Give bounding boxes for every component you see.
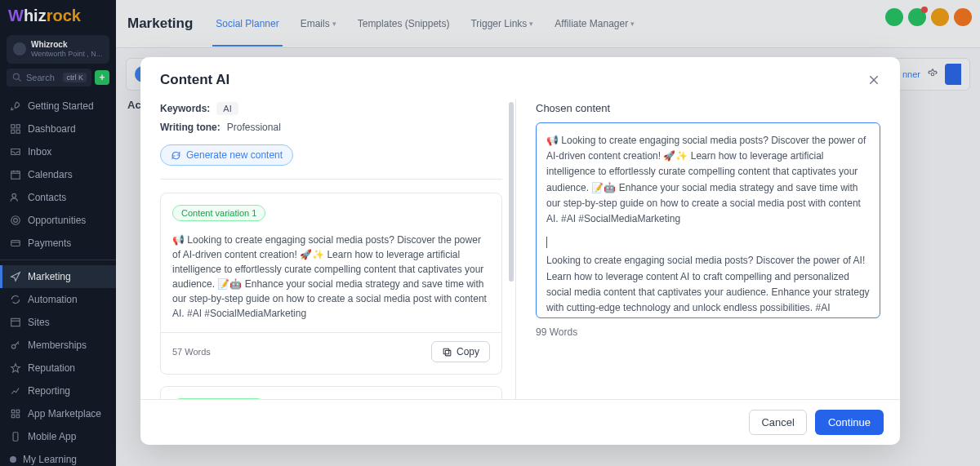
keyword-chip: AI: [216, 102, 238, 115]
refresh-icon: [171, 150, 181, 161]
copy-icon: [442, 347, 452, 357]
keywords-label: Keywords:: [160, 103, 210, 114]
copy-button[interactable]: Copy: [431, 341, 490, 362]
tone-label: Writing tone:: [160, 122, 220, 133]
variation-card-1: Content variation 1 📢 Looking to create …: [160, 193, 502, 375]
svg-rect-26: [445, 350, 451, 356]
chosen-content-textarea[interactable]: 📢 Looking to create engaging social medi…: [536, 122, 880, 318]
scrollbar[interactable]: [509, 102, 514, 282]
variation-1-chip: Content variation 1: [172, 205, 265, 221]
text-cursor: [546, 237, 547, 248]
svg-rect-27: [443, 348, 449, 354]
variation-2-chip: Content variation 2: [172, 398, 265, 399]
modal-left-panel: Keywords:AI Writing tone:Professional Ge…: [140, 99, 516, 399]
generate-new-content-button[interactable]: Generate new content: [160, 144, 293, 166]
close-button[interactable]: [867, 73, 880, 87]
content-ai-modal: Content AI Keywords:AI Writing tone:Prof…: [140, 57, 900, 445]
variation-1-word-count: 57 Words: [172, 347, 211, 357]
chosen-para-2: Looking to create engaging social media …: [546, 253, 870, 318]
modal-right-panel: Chosen content 📢 Looking to create engag…: [516, 99, 900, 399]
variation-1-text: 📢 Looking to create engaging social medi…: [172, 233, 490, 321]
tone-value: Professional: [227, 122, 281, 133]
close-icon: [867, 73, 880, 87]
cancel-button[interactable]: Cancel: [749, 410, 806, 435]
chosen-word-count: 99 Words: [536, 326, 880, 338]
chosen-para-1: 📢 Looking to create engaging social medi…: [546, 133, 870, 227]
chosen-content-label: Chosen content: [536, 102, 880, 114]
variation-card-2: Content variation 2: [160, 386, 502, 399]
continue-button[interactable]: Continue: [815, 410, 884, 435]
modal-title: Content AI: [160, 72, 229, 88]
